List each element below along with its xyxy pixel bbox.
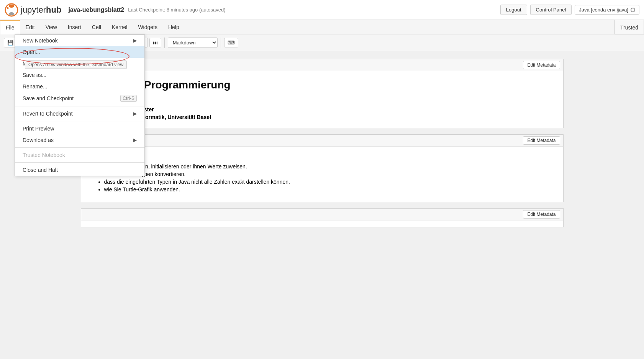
fast-forward-button[interactable]: ⏭ [149,38,161,47]
menu-view[interactable]: View [40,20,62,34]
cell-meta-toolbar-1: Edit Metadata [81,59,563,71]
cell-list: riablen deklarieren, initialisieren oder… [104,163,548,193]
notebook-cell-2: Edit Metadata book üben Sie: riablen dek… [81,134,564,202]
jupyter-logo-icon [5,3,18,17]
menu-help[interactable]: Help [163,20,185,34]
logo-text: jupyterhub [21,5,61,15]
cell-body-2: book üben Sie: riablen deklarieren, init… [81,147,563,202]
dropdown-close-halt[interactable]: Close and Halt [15,164,144,176]
arrow-icon-revert: ▶ [133,111,137,116]
list-item-3: dass die eingeführten Typen in Java nich… [104,179,548,185]
menu-kernel[interactable]: Kernel [107,20,133,34]
arrow-icon-new-notebook: ▶ [133,38,137,43]
kernel-status-circle [631,8,635,12]
trusted-button[interactable]: Trusted [615,20,644,34]
dropdown-separator-1 [15,106,144,106]
dropdown-separator-2 [15,121,144,121]
edit-metadata-button-1[interactable]: Edit Metadata [523,61,560,69]
cell-intro-text: book üben Sie: [97,154,548,160]
logo-hub: hub [46,5,61,15]
menu-edit[interactable]: Edit [20,20,40,34]
file-dropdown: New Notebook ▶ Open... Make a Copy... Sa… [15,34,145,176]
dropdown-revert[interactable]: Revert to Checkpoint ▶ [15,108,144,119]
toolbar-separator-3 [164,38,165,48]
dropdown-label-close-halt: Close and Halt [23,167,58,173]
arrow-icon-download: ▶ [133,137,137,143]
dropdown-print-preview[interactable]: Print Preview [15,123,144,134]
edit-metadata-button-3[interactable]: Edit Metadata [523,210,560,219]
logo-jupyter: jupyter [21,5,46,15]
logout-button[interactable]: Logout [500,5,527,15]
list-item-2: erte in andere Typen konvertieren. [104,171,548,177]
dropdown-label-rename: Rename... [23,83,48,90]
dropdown-label-print-preview: Print Preview [23,126,54,132]
notebook-title: java-uebungsblatt2 [68,7,124,13]
dropdown-new-notebook[interactable]: New Notebook ▶ [15,35,144,46]
dropdown-label-new-notebook: New Notebook [23,38,58,44]
dropdown-save-as[interactable]: Save as... [15,69,144,81]
open-tooltip-text: Opens a new window with the Dashboard vi… [28,62,123,67]
svg-point-3 [7,7,9,9]
notebook-cell-3: Edit Metadata [81,208,564,227]
topbar: jupyterhub java-uebungsblatt2 Last Check… [0,0,644,20]
menu-cell[interactable]: Cell [87,20,107,34]
dropdown-label-revert: Revert to Checkpoint [23,111,73,117]
dropdown-label-download-as: Download as [23,137,54,143]
notebook-cell-1: Edit Metadata agen der Programmierung sb… [81,59,564,128]
dropdown-trusted-notebook: Trusted Notebook [15,149,144,161]
dropdown-label-trusted: Trusted Notebook [23,152,65,158]
keyboard-shortcut-button[interactable]: ⌨ [224,38,238,47]
logo-area: jupyterhub [5,3,61,17]
dropdown-download-as[interactable]: Download as ▶ [15,134,144,146]
open-tooltip: Opens a new window with the Dashboard vi… [25,60,127,69]
kernel-name-label: Java [conda env:ijava] [579,7,628,13]
fast-forward-icon: ⏭ [153,40,158,46]
cell-affiliation: Mathematik und Informatik, Universität B… [97,114,548,120]
cell-type-select[interactable]: Markdown Code Raw NBConvert [168,38,218,48]
dropdown-label-save-as: Save as... [23,72,46,78]
dropdown-rename[interactable]: Rename... [15,81,144,92]
dropdown-separator-4 [15,162,144,163]
dropdown-open[interactable]: Open... [15,46,144,58]
svg-point-2 [9,12,14,15]
menu-widgets[interactable]: Widgets [133,20,163,34]
checkpoint-info: Last Checkpoint: 8 minutes ago (autosave… [128,7,500,13]
dropdown-label-save-checkpoint: Save and Checkpoint [23,95,74,101]
save-icon: 💾 [7,40,13,46]
svg-point-1 [9,5,14,8]
menubar: File Edit View Insert Cell Kernel Widget… [0,20,644,34]
dropdown-separator-3 [15,147,144,148]
toolbar-separator-4 [221,38,221,48]
keyboard-icon: ⌨ [228,40,235,46]
menu-file[interactable]: File [0,20,20,34]
cell-meta-toolbar-2: Edit Metadata [81,135,563,147]
cell-title: agen der Programmierung sblatt 02 [97,79,548,103]
cell-meta-toolbar-3: Edit Metadata [81,209,563,220]
control-panel-button[interactable]: Control Panel [530,5,572,15]
kernel-indicator: Java [conda env:ijava] [575,5,639,15]
list-item-4: wie Sie Turtle-Grafik anwenden. [104,186,548,193]
cell-author: Andreas Morel-Forster [97,106,548,113]
topbar-right: Logout Control Panel Java [conda env:ija… [500,5,639,15]
list-item-1: riablen deklarieren, initialisieren oder… [104,163,548,170]
dropdown-save-checkpoint[interactable]: Save and Checkpoint Ctrl-S [15,92,144,104]
cell-content-1: agen der Programmierung sblatt 02 Andrea… [81,71,563,128]
edit-metadata-button-2[interactable]: Edit Metadata [523,136,560,145]
save-shortcut: Ctrl-S [120,95,137,102]
menu-insert[interactable]: Insert [62,20,87,34]
dropdown-label-open: Open... [23,49,40,55]
